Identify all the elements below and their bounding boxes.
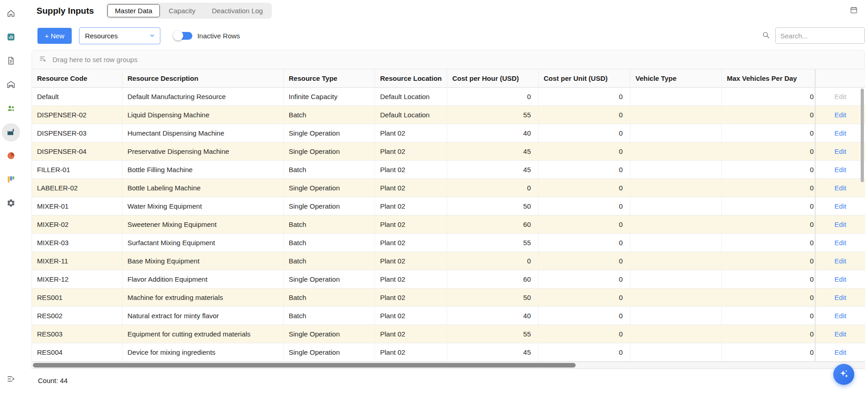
- tab-capacity[interactable]: Capacity: [161, 4, 203, 17]
- table-row[interactable]: MIXER-03 Surfactant Mixing Equipment Bat…: [32, 234, 865, 252]
- column-header-resource-code[interactable]: Resource Code: [32, 69, 122, 88]
- sidebar-item-analytics[interactable]: [2, 28, 20, 47]
- cell-vehicle-type: [630, 343, 722, 362]
- row-group-dropzone[interactable]: Drag here to set row groups: [32, 50, 864, 69]
- team-icon: [6, 104, 16, 114]
- cell-cost-per-hour: 60: [447, 215, 539, 234]
- ai-sparkles-icon: [838, 368, 849, 381]
- edit-link[interactable]: Edit: [835, 202, 847, 210]
- cell-actions: Edit: [815, 289, 865, 307]
- column-header-resource-description[interactable]: Resource Description: [122, 69, 284, 88]
- column-header-cost-per-hour[interactable]: Cost per Hour (USD): [447, 69, 539, 88]
- cell-vehicle-type: [630, 289, 722, 307]
- edit-link[interactable]: Edit: [835, 312, 847, 320]
- cell-resource-type: Single Operation: [284, 179, 375, 197]
- sidebar-collapse-button[interactable]: [2, 370, 20, 389]
- cell-max-vehicles: 0: [722, 307, 815, 325]
- table-row[interactable]: DISPENSER-03 Humectant Dispensing Machin…: [32, 124, 865, 142]
- column-header-vehicle-type[interactable]: Vehicle Type: [630, 69, 722, 88]
- cell-max-vehicles: 0: [722, 106, 815, 124]
- cell-resource-location: Plant 02: [375, 179, 447, 197]
- cell-vehicle-type: [630, 88, 722, 106]
- column-header-cost-per-unit[interactable]: Cost per Unit (USD): [539, 69, 630, 88]
- column-header-max-vehicles[interactable]: Max Vehicles Per Day: [722, 69, 815, 88]
- vertical-scrollbar: [861, 89, 864, 361]
- cell-resource-description: Flavor Addition Equipment: [122, 270, 284, 289]
- cell-resource-code: RES002: [32, 307, 122, 325]
- edit-link[interactable]: Edit: [835, 129, 847, 137]
- entity-select[interactable]: Resources: [79, 27, 160, 44]
- cell-cost-per-hour: 55: [447, 234, 539, 252]
- ai-assistant-button[interactable]: [833, 364, 854, 385]
- tab-master-data[interactable]: Master Data: [107, 4, 160, 17]
- sidebar-item-resources[interactable]: [2, 123, 20, 142]
- table-row[interactable]: RES003 Equipment for cutting extruded ma…: [32, 325, 865, 343]
- edit-link[interactable]: Edit: [835, 239, 847, 247]
- cell-cost-per-hour: 0: [447, 88, 539, 106]
- sidebar-item-team[interactable]: [2, 100, 20, 118]
- table-row[interactable]: MIXER-02 Sweetener Mixing Equipment Batc…: [32, 215, 865, 234]
- sidebar-item-planning[interactable]: [2, 171, 20, 189]
- cell-resource-code: MIXER-12: [32, 270, 122, 289]
- edit-link[interactable]: Edit: [835, 111, 847, 119]
- edit-link[interactable]: Edit: [835, 184, 847, 192]
- cell-resource-location: Default Location: [375, 88, 447, 106]
- cell-resource-type: Batch: [284, 252, 375, 270]
- cell-cost-per-hour: 50: [447, 289, 539, 307]
- edit-link[interactable]: Edit: [835, 166, 847, 173]
- table-row[interactable]: RES001 Machine for extruding materials B…: [32, 289, 865, 307]
- cell-cost-per-hour: 0: [447, 252, 539, 270]
- table-row[interactable]: LABELER-02 Bottle Labeling Machine Singl…: [32, 179, 865, 197]
- sidebar-item-reports[interactable]: [2, 147, 20, 165]
- sidebar-item-documents[interactable]: [2, 52, 20, 70]
- column-header-actions: [815, 69, 865, 88]
- table-row[interactable]: MIXER-12 Flavor Addition Equipment Singl…: [32, 270, 865, 289]
- cell-vehicle-type: [630, 307, 722, 325]
- table-row[interactable]: DISPENSER-04 Preservative Dispensing Mac…: [32, 142, 865, 161]
- column-header-resource-location[interactable]: Resource Location: [375, 69, 447, 88]
- warehouse-icon: [6, 80, 16, 90]
- status-bar: Count: 44: [32, 368, 865, 394]
- cell-actions: Edit: [815, 161, 865, 179]
- cell-max-vehicles: 0: [722, 325, 815, 343]
- horizontal-scrollbar-thumb[interactable]: [33, 363, 576, 368]
- document-icon: [6, 56, 16, 67]
- calendar-icon: [850, 6, 858, 16]
- edit-link[interactable]: Edit: [835, 348, 847, 356]
- table-row[interactable]: RES002 Natural extract for minty flavor …: [32, 307, 865, 325]
- cell-resource-location: Plant 02: [375, 161, 447, 179]
- table-row[interactable]: Default Default Manufacturing Resource I…: [32, 88, 865, 106]
- cell-resource-code: FILLER-01: [32, 161, 122, 179]
- table-row[interactable]: MIXER-11 Base Mixing Equipment Batch Pla…: [32, 252, 865, 270]
- cell-resource-description: Default Manufacturing Resource: [122, 88, 284, 106]
- vertical-scrollbar-thumb[interactable]: [861, 89, 864, 182]
- column-header-resource-type[interactable]: Resource Type: [284, 69, 375, 88]
- edit-link[interactable]: Edit: [835, 93, 847, 100]
- table-row[interactable]: DISPENSER-02 Liquid Dispensing Machine B…: [32, 106, 865, 124]
- table-row[interactable]: MIXER-01 Water Mixing Equipment Single O…: [32, 197, 865, 215]
- cell-resource-type: Single Operation: [284, 325, 375, 343]
- table-row[interactable]: RES004 Device for mixing ingredients Sin…: [32, 343, 865, 362]
- cell-resource-type: Single Operation: [284, 142, 375, 161]
- sidebar-item-settings[interactable]: [2, 194, 20, 213]
- edit-link[interactable]: Edit: [835, 275, 847, 283]
- sidebar-item-warehouse[interactable]: [2, 76, 20, 94]
- edit-link[interactable]: Edit: [835, 294, 847, 301]
- cell-cost-per-unit: 0: [539, 124, 630, 142]
- calendar-button[interactable]: [850, 6, 858, 16]
- edit-link[interactable]: Edit: [835, 330, 847, 338]
- toggle-knob: [173, 31, 183, 41]
- search-input[interactable]: [775, 27, 865, 44]
- new-button[interactable]: + New: [37, 28, 72, 44]
- sidebar-item-home[interactable]: [2, 5, 20, 23]
- tab-deactivation-log[interactable]: Deactivation Log: [204, 4, 271, 17]
- inactive-rows-toggle[interactable]: [174, 32, 192, 40]
- cell-max-vehicles: 0: [722, 289, 815, 307]
- edit-link[interactable]: Edit: [835, 257, 847, 265]
- cell-resource-type: Batch: [284, 234, 375, 252]
- table-row[interactable]: FILLER-01 Bottle Filling Machine Batch P…: [32, 161, 865, 179]
- edit-link[interactable]: Edit: [835, 147, 847, 155]
- cell-resource-location: Plant 02: [375, 307, 447, 325]
- cell-cost-per-unit: 0: [539, 289, 630, 307]
- edit-link[interactable]: Edit: [835, 221, 847, 228]
